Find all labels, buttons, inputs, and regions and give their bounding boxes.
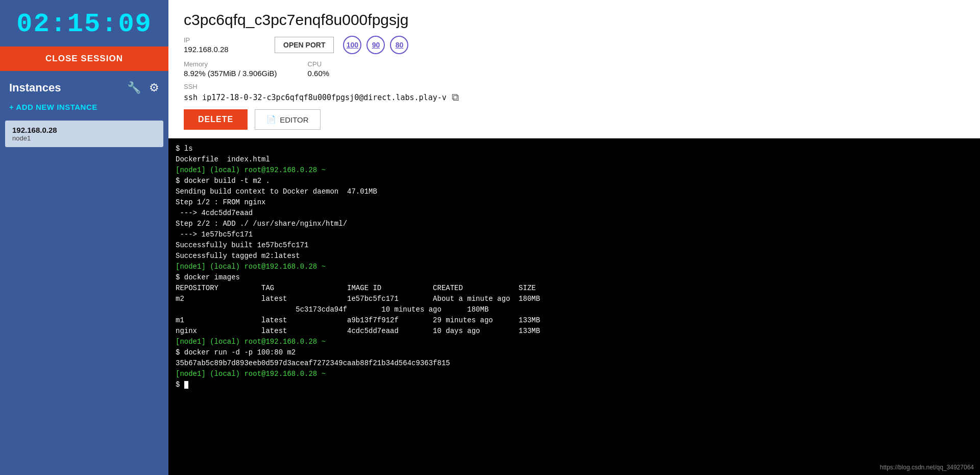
terminal-line: [node1] (local) root@192.168.0.28 ~ xyxy=(176,337,973,347)
terminal-cursor xyxy=(184,381,188,389)
wrench-icon[interactable]: 🔧 xyxy=(127,81,141,94)
terminal-line: $ ls xyxy=(176,144,973,154)
terminal-line: [node1] (local) root@192.168.0.28 ~ xyxy=(176,369,973,379)
ssh-label: SSH xyxy=(184,83,965,90)
terminal-line: Step 1/2 : FROM nginx xyxy=(176,197,973,208)
actions-row: DELETE 📄 EDITOR xyxy=(184,109,965,130)
terminal-line: nginx latest 4cdc5dd7eaad 10 days ago 13… xyxy=(176,326,973,337)
terminal-line: 35b67ab5c89b7d893eeb0d597d3aceaf7272349c… xyxy=(176,358,973,369)
copy-icon[interactable]: ⧉ xyxy=(452,91,459,103)
ssh-value-row: ssh ip172-18-0-32-c3pc6qfqf8u000fpgsj0@d… xyxy=(184,91,965,103)
editor-button[interactable]: 📄 EDITOR xyxy=(255,109,320,130)
delete-button[interactable]: DELETE xyxy=(184,109,248,130)
port-badges: 1009080 xyxy=(343,36,408,54)
terminal-line: [node1] (local) root@192.168.0.28 ~ xyxy=(176,262,973,272)
terminal-prompt: [node1] (local) root@192.168.0.28 ~ xyxy=(176,338,326,346)
ip-label: IP xyxy=(184,36,265,44)
terminal-line: $ docker images xyxy=(176,272,973,283)
instances-header: Instances 🔧 ⚙ xyxy=(0,71,168,100)
editor-file-icon: 📄 xyxy=(266,115,276,124)
close-session-button[interactable]: CLOSE SESSION xyxy=(0,46,168,71)
port-badge-90[interactable]: 90 xyxy=(366,36,385,54)
sidebar: 02:15:09 CLOSE SESSION Instances 🔧 ⚙ + A… xyxy=(0,0,168,475)
terminal-line: Successfully built 1e57bc5fc171 xyxy=(176,240,973,251)
ssh-value: ssh ip172-18-0-32-c3pc6qfqf8u000fpgsj0@d… xyxy=(184,93,447,102)
port-badge-80[interactable]: 80 xyxy=(390,36,408,54)
terminal-line: Sending build context to Docker daemon 4… xyxy=(176,186,973,197)
terminal-line: ---> 4cdc5dd7eaad xyxy=(176,208,973,219)
watermark: https://blog.csdn.net/qq_34927064 xyxy=(880,464,974,471)
add-new-instance-button[interactable]: + ADD NEW INSTANCE xyxy=(0,100,168,118)
instance-list-item[interactable]: 192.168.0.28 node1 xyxy=(5,121,163,147)
terminal-line: Dockerfile index.html xyxy=(176,154,973,165)
memory-block: Memory 8.92% (357MiB / 3.906GiB) xyxy=(184,60,277,78)
terminal-prompt: [node1] (local) root@192.168.0.28 ~ xyxy=(176,166,326,174)
terminal-line: REPOSITORY TAG IMAGE ID CREATED SIZE xyxy=(176,283,973,294)
memory-label: Memory xyxy=(184,60,277,68)
editor-label: EDITOR xyxy=(280,115,308,124)
terminal-line: m1 latest a9b13f7f912f 29 minutes ago 13… xyxy=(176,315,973,326)
memory-value: 8.92% (357MiB / 3.906GiB) xyxy=(184,69,277,78)
terminal-prompt: [node1] (local) root@192.168.0.28 ~ xyxy=(176,263,326,271)
terminal-line: 5c3173cda94f 10 minutes ago 180MB xyxy=(176,304,973,315)
instance-title: c3pc6qfq_c3pc7enqf8u000fpgsjg xyxy=(184,11,965,29)
terminal-line: m2 latest 1e57bc5fc171 About a minute ag… xyxy=(176,294,973,304)
instance-name: node1 xyxy=(12,134,156,142)
main-content: c3pc6qfq_c3pc7enqf8u000fpgsjg IP 192.168… xyxy=(168,0,980,475)
stats-row: Memory 8.92% (357MiB / 3.906GiB) CPU 0.6… xyxy=(184,60,965,78)
ip-row: IP 192.168.0.28 OPEN PORT 1009080 xyxy=(184,36,965,54)
instance-ip: 192.168.0.28 xyxy=(12,126,156,134)
port-badge-100[interactable]: 100 xyxy=(343,36,361,54)
terminal-line: $ docker build -t m2 . xyxy=(176,176,973,186)
terminal-prompt: [node1] (local) root@192.168.0.28 ~ xyxy=(176,370,326,378)
instance-list: 192.168.0.28 node1 xyxy=(0,118,168,151)
terminal-line: Step 2/2 : ADD ./ /usr/share/nginx/html/ xyxy=(176,219,973,229)
open-port-button[interactable]: OPEN PORT xyxy=(275,37,334,53)
ssh-row: SSH ssh ip172-18-0-32-c3pc6qfqf8u000fpgs… xyxy=(184,83,965,103)
instances-title: Instances xyxy=(9,81,119,94)
settings-icon[interactable]: ⚙ xyxy=(149,81,159,94)
info-panel: c3pc6qfq_c3pc7enqf8u000fpgsjg IP 192.168… xyxy=(168,0,980,138)
cpu-label: CPU xyxy=(308,60,330,68)
terminal[interactable]: $ lsDockerfile index.html[node1] (local)… xyxy=(168,138,980,475)
cpu-block: CPU 0.60% xyxy=(308,60,330,78)
terminal-line: $ xyxy=(176,379,973,390)
clock: 02:15:09 xyxy=(0,0,168,46)
terminal-line: ---> 1e57bc5fc171 xyxy=(176,229,973,240)
terminal-line: [node1] (local) root@192.168.0.28 ~ xyxy=(176,165,973,176)
ip-value: 192.168.0.28 xyxy=(184,45,265,54)
cpu-value: 0.60% xyxy=(308,69,330,78)
terminal-line: Successfully tagged m2:latest xyxy=(176,251,973,262)
ip-block: IP 192.168.0.28 xyxy=(184,36,265,54)
terminal-line: $ docker run -d -p 100:80 m2 xyxy=(176,347,973,358)
